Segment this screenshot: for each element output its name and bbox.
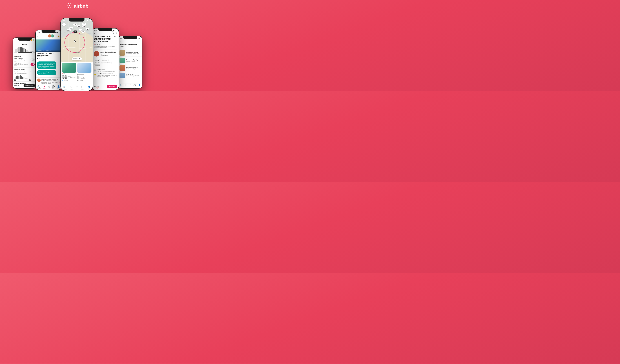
- back-arrow[interactable]: ‹: [37, 35, 38, 37]
- card-name-2: 75% OFF! LONG...: [77, 78, 92, 79]
- slider-right-dot[interactable]: [31, 52, 33, 53]
- total-price-option[interactable]: Total Price Show stay prices as the tota…: [15, 62, 35, 66]
- map-filters-btn[interactable]: FILTERS ⚙: [72, 58, 82, 60]
- clear-all-btn[interactable]: Clear all: [15, 85, 19, 86]
- svg-rect-22: [22, 77, 23, 79]
- add-person-icon[interactable]: +: [55, 35, 56, 37]
- inbox-icon-2: 💬: [52, 85, 55, 88]
- feature-rating: ⭐ Great check-in experience 95% of recen…: [92, 73, 119, 77]
- commenter-avatar: [37, 78, 41, 82]
- map-area[interactable]: × 9:41 ▂▄▆ ▲ ▮ £164 £165 £45 £39: [61, 18, 93, 62]
- detail-header: × ⬆ ♡: [92, 31, 119, 35]
- help-item-1[interactable]: Find a place to stay Entire homes, rooms…: [118, 49, 142, 57]
- location-range-slider[interactable]: [15, 80, 35, 80]
- filters-close-btn[interactable]: ×: [15, 44, 15, 45]
- price-pin-164[interactable]: £164: [73, 23, 77, 26]
- nav-inbox-5[interactable]: 💬 INBOX: [133, 84, 136, 87]
- price-pin-39[interactable]: £39: [82, 25, 86, 28]
- phone-detail: 9:41 ▂▄▆ ▲ ▮ × ⬆ ♡ 12mio /MONTH /ALL IN/…: [92, 28, 119, 90]
- price-pin-78[interactable]: £78: [81, 30, 85, 33]
- price-pin-165[interactable]: £165: [82, 23, 86, 25]
- star-icon-1: ★: [62, 73, 63, 74]
- share-icon[interactable]: ⬆: [112, 32, 114, 34]
- saved-label-2: SAVED: [43, 88, 46, 89]
- nav-saved-5[interactable]: ♡ SAVED: [125, 84, 127, 87]
- card-name-1: Villa Nikara a 5 minutes wal...: [62, 77, 76, 78]
- nav-profile-3[interactable]: 👤 PROFILE: [87, 86, 91, 90]
- svg-rect-26: [27, 78, 28, 79]
- detail-divider-2: [94, 58, 117, 58]
- status-time-1: 9:41: [15, 39, 17, 41]
- profile-label-5: PROFILE: [138, 87, 141, 87]
- notch-4: [98, 29, 112, 31]
- price-per-night-toggle[interactable]: [31, 58, 35, 61]
- price-pin-28[interactable]: £28: [74, 30, 77, 33]
- price-per-night-option[interactable]: Price per night Show stay prices as pric…: [15, 58, 35, 62]
- nav-trips-2[interactable]: ⬡: [48, 86, 50, 88]
- location-left-dot[interactable]: [14, 79, 16, 81]
- help-item-2[interactable]: Find a monthly stay Stays for 4+ weeks: [118, 57, 142, 64]
- reserve-btn[interactable]: Reserve: [107, 85, 117, 88]
- svg-rect-15: [33, 51, 34, 52]
- price-pin-10[interactable]: £10: [86, 28, 90, 30]
- help-img-monthly: [120, 58, 125, 63]
- nav-trips-3[interactable]: ⬡ TRIPS: [76, 86, 78, 89]
- map-status-time: 9:41: [63, 20, 65, 21]
- nav-saved-2[interactable]: ♥ SAVED: [43, 85, 46, 89]
- nav-inbox-2[interactable]: 💬 INBOX: [52, 85, 55, 89]
- total-price-info: Total Price Show stay prices as the tota…: [15, 62, 31, 66]
- nav-explore-2[interactable]: 🔍 EXPLORE: [37, 85, 41, 89]
- host-title: Entire villa hosted by Yuli: [100, 51, 117, 53]
- lock-icon[interactable]: 🔒: [58, 35, 60, 37]
- help-item-3[interactable]: Find an experience Activities hosted by …: [118, 64, 142, 72]
- notch-5: [123, 36, 137, 39]
- total-price-toggle[interactable]: [31, 63, 35, 66]
- show-stays-btn[interactable]: Show 165 stays: [24, 84, 35, 87]
- saved-icon-3: ♡: [70, 86, 72, 88]
- status-time-4: 9:41: [94, 30, 97, 31]
- nav-profile-2[interactable]: 👤 PROFILE: [57, 85, 61, 89]
- tag-balcony[interactable]: Balcony: [94, 59, 100, 61]
- msg-avatar-1: [48, 34, 51, 38]
- help-back-btn[interactable]: <: [120, 41, 140, 43]
- battery-4: ▮: [116, 30, 116, 31]
- price-pin-45[interactable]: £45: [77, 25, 81, 28]
- detail-close-btn[interactable]: ×: [94, 32, 95, 34]
- tag-bbq[interactable]: BBQ Area: [94, 64, 101, 66]
- nav-trips-5[interactable]: ⬡ TRIPS: [129, 84, 131, 87]
- heart-icon[interactable]: ♡: [115, 32, 117, 34]
- price-per-night-info: Price per night Show stay prices as pric…: [15, 58, 31, 62]
- nav-profile-5[interactable]: 👤 PROFILE: [138, 84, 141, 87]
- profile-icon-5: 👤: [138, 84, 140, 87]
- tag-garden[interactable]: Garden Space: [102, 62, 112, 64]
- help-item-4[interactable]: Surprise Me View a wide range of global …: [118, 72, 142, 79]
- price-pin-117[interactable]: £117: [66, 29, 71, 31]
- tag-pizza[interactable]: Pizza Oven: [94, 62, 102, 64]
- nav-explore-5[interactable]: 🔍 EXPLORE: [119, 84, 123, 87]
- phone-help-screen: 9:41 ▂▄▆ ▲ ▮ < What can we help you find…: [118, 36, 142, 88]
- listing-card-1[interactable]: ★ 4.45 Kuta Utara Entire villa · 3 beds …: [62, 63, 76, 81]
- listing-dots: [47, 50, 50, 51]
- help-item-1-info: Find a place to stay Entire homes, rooms…: [126, 52, 139, 54]
- location-right-dot[interactable]: [29, 79, 31, 81]
- listing-card-2[interactable]: SUPERHOST Kuta Entire villa · 11 be... 7…: [77, 63, 92, 81]
- slider-left-dot[interactable]: [17, 52, 19, 53]
- svg-rect-12: [30, 51, 31, 52]
- tag-pool[interactable]: Infinity Pool: [101, 59, 109, 61]
- battery-icon-1: 🔋: [32, 39, 34, 41]
- host-section: Entire villa hosted by Yuli 6 guests · 3…: [92, 51, 119, 58]
- location-histogram-svg: [15, 75, 35, 79]
- nav-explore-3[interactable]: 🔍 EXPLORE: [62, 86, 67, 90]
- trips-label-3: TRIPS: [76, 88, 78, 89]
- listing-cards: ★ 4.45 Kuta Utara Entire villa · 3 beds …: [61, 62, 93, 82]
- card-type-2: Entire villa · 11 be...: [77, 77, 92, 78]
- map-close-btn[interactable]: ×: [62, 23, 66, 26]
- help-img-experience: [120, 65, 125, 71]
- nav-saved-3[interactable]: ♡ SAVED: [70, 86, 73, 90]
- price-range-slider[interactable]: [15, 52, 35, 53]
- nav-inbox-3[interactable]: 💬 INBOX: [81, 86, 84, 90]
- msg-time-2: Sent · 14 Jun 2020: [38, 73, 55, 74]
- inbox-label-3: INBOX: [81, 89, 84, 90]
- svg-rect-24: [25, 78, 26, 79]
- explore-icon-3: 🔍: [63, 86, 66, 88]
